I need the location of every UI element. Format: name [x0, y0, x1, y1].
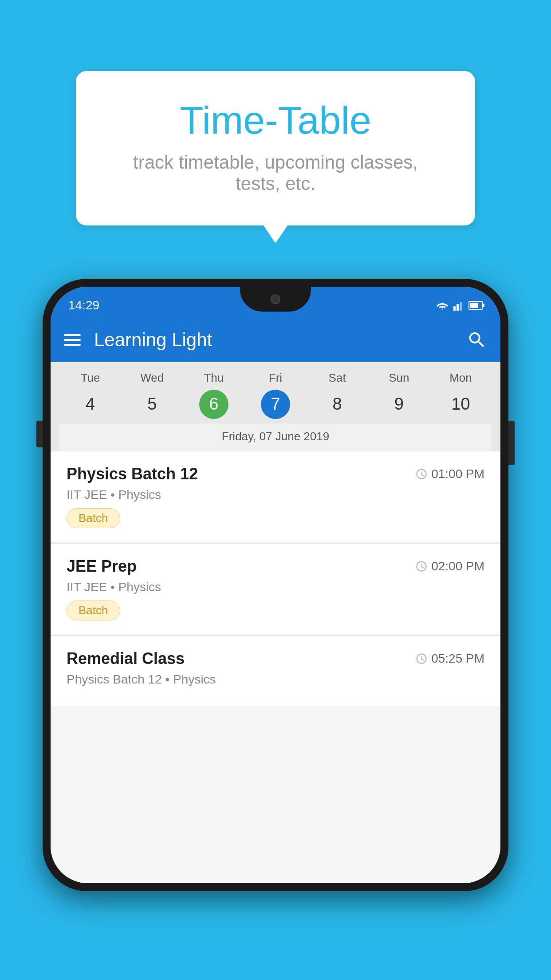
schedule-list: Physics Batch 12 01:00 PM IIT JEE • Phys… [51, 451, 500, 883]
status-bar: 14:29 [51, 287, 500, 318]
day-header-wed: Wed [121, 371, 183, 385]
day-7-selected[interactable]: 7 [261, 390, 290, 419]
schedule-item-3-header: Remedial Class 05:25 PM [67, 649, 484, 668]
day-header-tue: Tue [59, 371, 121, 385]
schedule-item-2-name: JEE Prep [67, 557, 137, 576]
schedule-item-3-name: Remedial Class [67, 649, 185, 668]
batch-badge-2: Batch [67, 601, 120, 620]
day-header-sat: Sat [307, 371, 368, 385]
day-6-today[interactable]: 6 [199, 390, 228, 419]
schedule-item-2-header: JEE Prep 02:00 PM [67, 557, 484, 576]
tooltip-card: Time-Table track timetable, upcoming cla… [76, 71, 475, 225]
tooltip-title: Time-Table [111, 98, 440, 143]
phone-mockup: 14:29 [43, 279, 508, 891]
svg-rect-2 [460, 302, 462, 311]
day-9[interactable]: 9 [368, 389, 430, 419]
svg-rect-0 [453, 306, 456, 311]
status-time: 14:29 [68, 298, 99, 312]
day-header-sun: Sun [368, 371, 430, 385]
schedule-item-1-sub: IIT JEE • Physics [67, 488, 484, 502]
clock-icon-2 [415, 560, 428, 573]
schedule-item-3-sub: Physics Batch 12 • Physics [67, 672, 484, 687]
day-10[interactable]: 10 [430, 389, 492, 419]
phone-frame: 14:29 [43, 279, 508, 891]
schedule-item-3[interactable]: Remedial Class 05:25 PM Physics Batch 12… [51, 636, 500, 706]
schedule-item-2[interactable]: JEE Prep 02:00 PM IIT JEE • Physics Batc… [51, 544, 500, 634]
schedule-item-1-name: Physics Batch 12 [67, 465, 198, 483]
batch-badge-1: Batch [67, 508, 120, 528]
day-numbers: 4 5 6 7 8 9 10 [59, 389, 492, 423]
schedule-item-1[interactable]: Physics Batch 12 01:00 PM IIT JEE • Phys… [51, 451, 500, 541]
hamburger-menu-icon[interactable] [64, 334, 81, 346]
app-bar: Learning Light [51, 318, 500, 362]
day-8[interactable]: 8 [307, 389, 368, 419]
phone-screen: 14:29 [51, 287, 500, 883]
schedule-item-1-time: 01:00 PM [415, 467, 484, 481]
camera-dot [271, 294, 280, 304]
battery-icon [468, 301, 483, 310]
schedule-item-2-sub: IIT JEE • Physics [67, 580, 484, 594]
app-title: Learning Light [94, 329, 453, 351]
day-header-fri: Fri [244, 371, 306, 385]
clock-icon-3 [415, 652, 428, 665]
schedule-item-1-header: Physics Batch 12 01:00 PM [67, 465, 484, 483]
clock-icon [415, 468, 428, 480]
status-icons [436, 300, 483, 311]
day-5[interactable]: 5 [121, 389, 183, 419]
calendar-section: Tue Wed Thu Fri Sat Sun Mon 4 5 6 7 8 9 … [51, 362, 500, 451]
wifi-icon [436, 300, 449, 311]
day-header-mon: Mon [430, 371, 492, 385]
notch [240, 287, 311, 312]
day-4[interactable]: 4 [59, 389, 121, 419]
signal-icon [453, 300, 464, 311]
tooltip-subtitle: track timetable, upcoming classes, tests… [111, 152, 440, 194]
day-headers: Tue Wed Thu Fri Sat Sun Mon [59, 371, 492, 389]
schedule-item-3-time: 05:25 PM [415, 652, 484, 666]
schedule-item-2-time: 02:00 PM [415, 559, 484, 573]
selected-date-label: Friday, 07 June 2019 [59, 423, 492, 451]
svg-rect-1 [457, 304, 459, 311]
day-header-thu: Thu [183, 371, 244, 385]
search-icon[interactable] [467, 330, 487, 350]
